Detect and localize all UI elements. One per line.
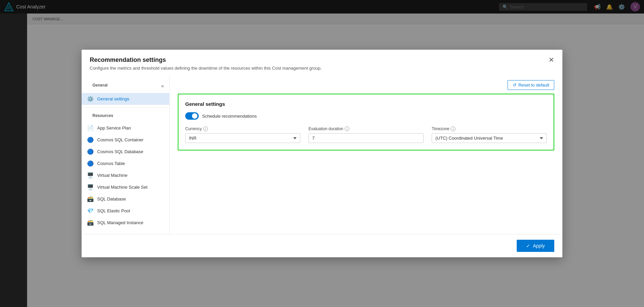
nav-item-virtual-machine[interactable]: 🖥️ Virtual Machine bbox=[82, 169, 169, 181]
evaluation-duration-input[interactable] bbox=[308, 133, 424, 143]
cosmos-sql-container-icon: 🔵 bbox=[87, 137, 94, 143]
sql-elastic-pool-label: SQL Elastic Pool bbox=[97, 208, 130, 213]
cosmos-sql-database-icon: 🔵 bbox=[87, 148, 94, 155]
timezone-field: Timezone i (UTC) Coordinated Universal T… bbox=[432, 126, 547, 143]
evaluation-duration-field: Evaluation duration i bbox=[308, 126, 424, 143]
currency-info-icon[interactable]: i bbox=[203, 126, 208, 131]
schedule-recommendations-row: Schedule recommendations bbox=[185, 112, 547, 120]
currency-field: Currency i INR USD EUR GBP bbox=[185, 126, 300, 143]
sql-database-icon: 🗃️ bbox=[87, 196, 94, 202]
toggle-slider bbox=[185, 112, 199, 120]
nav-item-sql-database[interactable]: 🗃️ SQL Database bbox=[82, 193, 169, 205]
apply-button[interactable]: ✓ Apply bbox=[517, 240, 554, 252]
schedule-toggle[interactable] bbox=[185, 112, 199, 120]
nav-item-sql-elastic-pool[interactable]: 💎 SQL Elastic Pool bbox=[82, 205, 169, 217]
modal-subtitle: Configure the metrics and threshold valu… bbox=[90, 66, 554, 71]
modal-title: Recommendation settings bbox=[90, 56, 166, 64]
nav-item-cosmos-sql-container[interactable]: 🔵 Cosmos SQL Container bbox=[82, 134, 169, 146]
cosmos-sql-database-label: Cosmos SQL Database bbox=[97, 149, 143, 154]
recommendation-settings-modal: Recommendation settings ✕ Configure the … bbox=[82, 50, 562, 257]
general-settings-label: General settings bbox=[97, 96, 129, 101]
collapse-button[interactable]: « bbox=[161, 83, 164, 89]
modal-right-content: ↺ Reset to default General settings Sche… bbox=[170, 75, 562, 234]
evaluation-duration-label: Evaluation duration i bbox=[308, 126, 424, 131]
virtual-machine-scale-set-icon: 🖥️ bbox=[87, 184, 94, 190]
schedule-label: Schedule recommendations bbox=[202, 114, 257, 119]
general-settings-box: General settings Schedule recommendation… bbox=[178, 94, 554, 150]
app-service-plan-icon: 📄 bbox=[87, 125, 94, 131]
sql-managed-instance-icon: 🗃️ bbox=[87, 219, 94, 226]
nav-item-sql-managed-instance[interactable]: 🗃️ SQL Managed Instance bbox=[82, 217, 169, 229]
nav-item-cosmos-sql-database[interactable]: 🔵 Cosmos SQL Database bbox=[82, 146, 169, 158]
modal-left-nav: General « ⚙️ General settings Resources … bbox=[82, 75, 170, 234]
general-settings-icon: ⚙️ bbox=[87, 96, 94, 102]
resources-section-header: Resources bbox=[82, 111, 169, 122]
form-fields-row: Currency i INR USD EUR GBP bbox=[185, 126, 547, 143]
sql-database-label: SQL Database bbox=[97, 196, 126, 202]
modal-body: General « ⚙️ General settings Resources … bbox=[82, 75, 562, 234]
general-settings-box-title: General settings bbox=[185, 101, 547, 107]
app-service-plan-label: App Service Plan bbox=[97, 125, 131, 131]
virtual-machine-label: Virtual Machine bbox=[97, 173, 127, 178]
general-section-label: General bbox=[87, 81, 113, 90]
modal-close-button[interactable]: ✕ bbox=[549, 56, 554, 63]
cosmos-sql-container-label: Cosmos SQL Container bbox=[97, 137, 144, 142]
timezone-label: Timezone i bbox=[432, 126, 547, 131]
nav-divider bbox=[82, 108, 169, 108]
cosmos-table-label: Cosmos Table bbox=[97, 161, 125, 166]
apply-label: Apply bbox=[533, 243, 545, 249]
evaluation-info-icon[interactable]: i bbox=[345, 126, 349, 131]
modal-header: Recommendation settings ✕ Configure the … bbox=[82, 50, 562, 75]
sql-elastic-pool-icon: 💎 bbox=[87, 208, 94, 214]
virtual-machine-scale-set-label: Virtual Machine Scale Set bbox=[97, 185, 148, 190]
currency-select[interactable]: INR USD EUR GBP bbox=[185, 133, 300, 143]
sql-managed-instance-label: SQL Managed Instance bbox=[97, 220, 143, 225]
nav-item-general-settings[interactable]: ⚙️ General settings bbox=[82, 93, 169, 105]
general-section-header: General « bbox=[82, 80, 169, 93]
nav-item-virtual-machine-scale-set[interactable]: 🖥️ Virtual Machine Scale Set bbox=[82, 181, 169, 193]
modal-overlay: Recommendation settings ✕ Configure the … bbox=[0, 0, 644, 307]
modal-footer: ✓ Apply bbox=[82, 234, 562, 257]
apply-checkmark-icon: ✓ bbox=[526, 243, 530, 249]
reset-to-default-button[interactable]: ↺ Reset to default bbox=[508, 80, 554, 90]
timezone-info-icon[interactable]: i bbox=[451, 126, 455, 131]
nav-item-app-service-plan[interactable]: 📄 App Service Plan bbox=[82, 122, 169, 134]
reset-label: Reset to default bbox=[518, 82, 549, 88]
virtual-machine-icon: 🖥️ bbox=[87, 172, 94, 179]
reset-icon: ↺ bbox=[513, 82, 516, 88]
cosmos-table-icon: 🔵 bbox=[87, 160, 94, 167]
resources-section-label: Resources bbox=[87, 112, 119, 121]
nav-item-cosmos-table[interactable]: 🔵 Cosmos Table bbox=[82, 158, 169, 169]
currency-label: Currency i bbox=[185, 126, 300, 131]
timezone-select[interactable]: (UTC) Coordinated Universal Time (UTC+05… bbox=[432, 133, 547, 143]
